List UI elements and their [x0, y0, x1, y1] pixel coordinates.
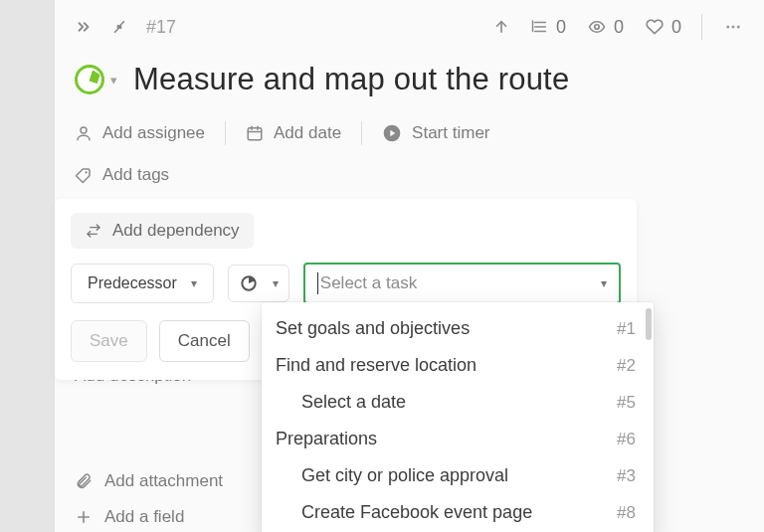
add-assignee-label: Add assignee — [102, 123, 205, 143]
add-tags-label: Add tags — [102, 165, 169, 185]
divider — [701, 14, 702, 40]
paperclip-icon — [75, 472, 93, 490]
more-icon[interactable] — [722, 18, 744, 36]
task-option-label: Find and reserve location — [276, 355, 477, 376]
task-select-placeholder: Select a task — [320, 273, 417, 293]
svg-point-8 — [732, 26, 735, 29]
dependency-type-label: Predecessor — [88, 274, 177, 292]
svg-point-9 — [737, 26, 740, 29]
task-option-number: #3 — [617, 466, 636, 486]
add-assignee-button[interactable]: Add assignee — [75, 123, 205, 143]
up-arrow-icon[interactable] — [492, 18, 510, 36]
divider — [361, 121, 362, 145]
start-timer-button[interactable]: Start timer — [382, 123, 489, 143]
title-row: ▾ Measure and map out the route — [55, 50, 764, 103]
task-option-label: Preparations — [276, 429, 377, 449]
svg-point-7 — [726, 26, 729, 29]
dependency-controls: Predecessor ▾ ▾ Select a task ▾ — [71, 263, 621, 304]
task-option[interactable]: Set goals and objectives#1 — [262, 310, 654, 347]
svg-point-6 — [595, 25, 600, 30]
add-date-button[interactable]: Add date — [246, 123, 341, 143]
task-option-number: #5 — [617, 393, 636, 413]
likes-count: 0 — [671, 17, 681, 38]
add-tags-button[interactable]: Add tags — [75, 165, 169, 185]
task-option-label: Create Facebook event page — [276, 502, 532, 523]
plus-icon — [75, 508, 93, 526]
dependency-task-select[interactable]: Select a task ▾ — [303, 263, 621, 304]
task-option-number: #1 — [617, 319, 636, 339]
svg-point-17 — [86, 171, 88, 173]
task-option-label: Set goals and objectives — [276, 318, 470, 339]
meta-row: Add assignee Add date Start timer — [55, 103, 764, 151]
task-option[interactable]: Get city or police approval#3 — [262, 457, 654, 494]
calendar-icon — [246, 124, 264, 142]
watchers-counter[interactable]: 0 — [586, 17, 624, 38]
save-button[interactable]: Save — [71, 320, 147, 362]
add-date-label: Add date — [274, 123, 341, 143]
add-dependency-header[interactable]: Add dependency — [71, 213, 254, 249]
hierarchy-icon[interactable] — [110, 18, 128, 36]
person-icon — [75, 124, 93, 142]
scrollbar-thumb[interactable] — [646, 308, 652, 340]
tags-row: Add tags — [55, 151, 764, 191]
status-selector[interactable]: ▾ — [75, 65, 117, 94]
status-icon — [75, 65, 104, 94]
dependency-type-select[interactable]: Predecessor ▾ — [71, 264, 214, 303]
chevron-down-icon: ▾ — [601, 276, 607, 290]
topbar-left: #17 — [75, 17, 176, 38]
text-cursor — [317, 272, 318, 294]
divider — [225, 121, 226, 145]
add-dependency-label: Add dependency — [112, 221, 240, 241]
task-option[interactable]: Select a date#5 — [262, 384, 654, 421]
svg-point-10 — [81, 127, 87, 133]
svg-rect-11 — [248, 128, 262, 140]
swap-icon — [85, 223, 102, 239]
task-option[interactable]: Create Facebook event page#8 — [262, 494, 654, 531]
task-number[interactable]: #17 — [146, 17, 176, 38]
cancel-button[interactable]: Cancel — [159, 320, 250, 362]
task-option-number: #8 — [617, 503, 636, 523]
task-option-label: Select a date — [276, 392, 406, 413]
task-option[interactable]: Preparations#6 — [262, 421, 654, 457]
add-attachment-label: Add attachment — [104, 471, 223, 491]
play-icon — [382, 123, 402, 143]
watchers-count: 0 — [614, 17, 624, 38]
task-option-label: Get city or police approval — [276, 465, 508, 486]
add-field-label: Add a field — [104, 507, 184, 527]
chevron-down-icon: ▾ — [273, 276, 279, 290]
likes-counter[interactable]: 0 — [644, 17, 681, 38]
collapse-icon[interactable] — [75, 18, 93, 36]
task-option-number: #6 — [617, 430, 636, 449]
topbar: #17 0 0 0 — [55, 0, 764, 50]
subtasks-count: 0 — [556, 17, 566, 38]
dependency-status-select[interactable]: ▾ — [228, 265, 289, 302]
topbar-right: 0 0 0 — [492, 14, 744, 40]
start-timer-label: Start timer — [412, 123, 489, 143]
task-option[interactable]: Find and reserve location#2 — [262, 347, 654, 384]
chevron-down-icon: ▾ — [110, 73, 117, 88]
task-title[interactable]: Measure and map out the route — [133, 62, 569, 97]
tag-icon — [75, 166, 93, 184]
pie-icon — [239, 273, 259, 293]
task-select-dropdown[interactable]: Set goals and objectives#1Find and reser… — [262, 302, 654, 532]
chevron-down-icon: ▾ — [191, 276, 197, 290]
task-option-number: #2 — [617, 356, 636, 376]
subtasks-counter[interactable]: 0 — [530, 17, 566, 38]
